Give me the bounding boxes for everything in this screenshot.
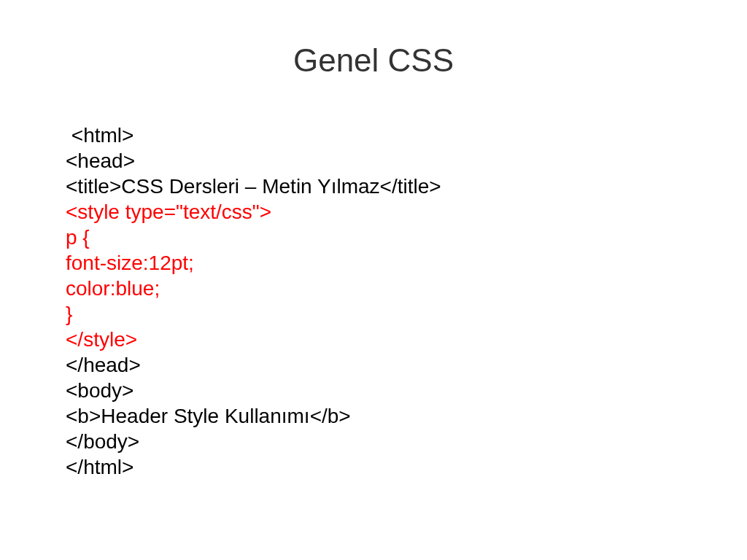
code-line-html-close: </html> [66, 454, 681, 480]
code-line-title: <title>CSS Dersleri – Metin Yılmaz</titl… [66, 174, 681, 199]
code-line-head-close: </head> [66, 352, 681, 378]
code-line-html-open: <html> [66, 122, 681, 148]
code-line-body-close: </body> [66, 429, 681, 454]
code-line-style-close: </style> [66, 327, 681, 352]
code-example: <html> <head> <title>CSS Dersleri – Meti… [66, 122, 681, 480]
code-line-close-brace: } [66, 301, 681, 327]
code-line-body-open: <body> [66, 378, 681, 403]
code-line-head-open: <head> [66, 148, 681, 174]
slide-title: Genel CSS [66, 42, 681, 79]
code-line-selector: p { [66, 225, 681, 250]
code-line-fontsize: font-size:12pt; [66, 250, 681, 276]
code-line-header-usage: <b>Header Style Kullanımı</b> [66, 403, 681, 429]
slide-container: Genel CSS <html> <head> <title>CSS Dersl… [0, 0, 747, 560]
code-line-style-open: <style type="text/css"> [66, 199, 681, 225]
code-line-color: color:blue; [66, 276, 681, 301]
